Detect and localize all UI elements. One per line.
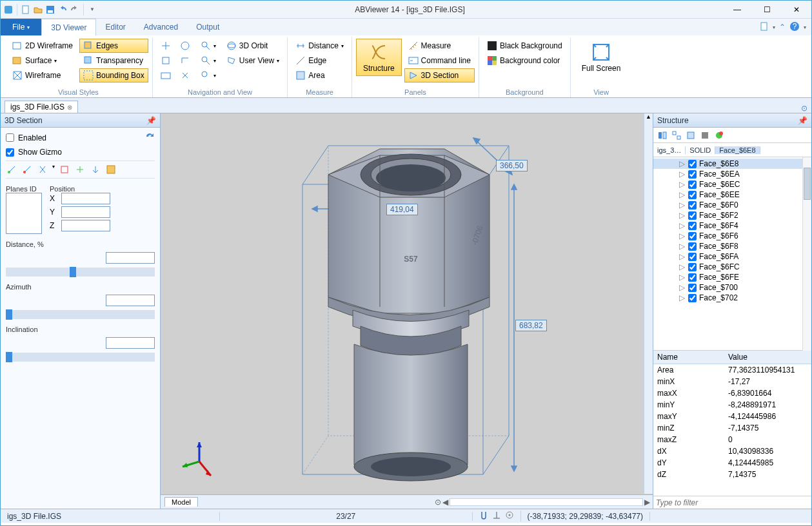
- zoom-fit-button[interactable]: ▾: [197, 54, 220, 68]
- face-checkbox[interactable]: [688, 180, 697, 189]
- tree-row[interactable]: ▷ Face_$6F4: [653, 220, 802, 231]
- face-checkbox[interactable]: [688, 242, 697, 251]
- section-tool-6[interactable]: [90, 164, 101, 175]
- face-checkbox[interactable]: [688, 232, 697, 240]
- tree-row[interactable]: ▷ Face_$6EC: [653, 179, 802, 190]
- tree-row[interactable]: ▷ Face_$6F0: [653, 200, 802, 210]
- nav-icon-2[interactable]: [176, 39, 194, 53]
- struct-tool-3[interactable]: [685, 130, 697, 141]
- measure-panel-button[interactable]: Measure: [404, 39, 475, 53]
- tab-output[interactable]: Output: [187, 19, 228, 35]
- bg-color-button[interactable]: Background color: [483, 54, 566, 68]
- inclination-slider[interactable]: [6, 353, 155, 362]
- command-line-button[interactable]: Command line: [404, 54, 475, 68]
- nav-icon-1[interactable]: [157, 39, 175, 53]
- maximize-button[interactable]: ☐: [752, 1, 782, 19]
- tree-row[interactable]: ▷ Face_$6F6: [653, 231, 802, 241]
- tree-row[interactable]: ▷ Face_$700: [653, 282, 802, 293]
- hscroll-right-icon[interactable]: ▶: [644, 498, 650, 507]
- filter-input[interactable]: [653, 496, 811, 509]
- bc-face[interactable]: Face_$6E8: [715, 146, 760, 154]
- tree-row[interactable]: ▷ Face_$6F8: [653, 241, 802, 251]
- transparency-button[interactable]: Transparency: [79, 54, 148, 68]
- azimuth-input[interactable]: [106, 295, 155, 306]
- help-icon[interactable]: ?: [789, 21, 800, 34]
- edge-button[interactable]: Edge: [292, 54, 348, 68]
- 3d-orbit-button[interactable]: 3D Orbit: [223, 39, 283, 53]
- face-checkbox[interactable]: [688, 170, 697, 179]
- structure-button[interactable]: Structure: [356, 39, 402, 76]
- face-checkbox[interactable]: [688, 294, 697, 302]
- planes-id-listbox[interactable]: [6, 193, 42, 234]
- tab-3d-viewer[interactable]: 3D Viewer: [41, 19, 96, 35]
- bounding-box-button[interactable]: Bounding Box: [79, 68, 148, 83]
- tree-row[interactable]: ▷ Face_$6FA: [653, 251, 802, 262]
- tree-row[interactable]: ▷ Face_$6FC: [653, 262, 802, 272]
- scroll-up-icon[interactable]: ▲: [644, 113, 653, 124]
- file-menu[interactable]: File ▾: [1, 19, 41, 35]
- nav-icon-5[interactable]: [157, 68, 175, 83]
- section-tool-5[interactable]: [74, 164, 86, 175]
- 3d-viewport[interactable]: S57 -0706 419,04 366,50 683,82 ▲ Model ⊙…: [161, 113, 653, 509]
- structure-pin-icon[interactable]: 📌: [798, 116, 807, 125]
- undo-icon[interactable]: [57, 5, 68, 15]
- azimuth-slider[interactable]: [6, 310, 155, 319]
- qat-dropdown-icon[interactable]: ▼: [87, 5, 97, 15]
- face-checkbox[interactable]: [688, 201, 697, 209]
- tree-row[interactable]: ▷ Face_$6FE: [653, 272, 802, 282]
- tree-row[interactable]: ▷ Face_$6E8: [653, 159, 802, 169]
- tree-row[interactable]: ▷ Face_$6EE: [653, 190, 802, 200]
- redo-icon[interactable]: [70, 5, 80, 15]
- close-tab-icon[interactable]: ⊗: [67, 104, 72, 111]
- hscroll-left-icon[interactable]: ◀: [442, 498, 448, 507]
- hscroll-expand-icon[interactable]: ⊙: [435, 498, 441, 507]
- face-checkbox[interactable]: [688, 160, 697, 168]
- open-icon[interactable]: [33, 5, 43, 15]
- section-tool-1[interactable]: [6, 164, 17, 175]
- y-input[interactable]: [61, 206, 110, 218]
- x-input[interactable]: [61, 193, 110, 204]
- fullscreen-button[interactable]: Full Screen: [575, 39, 628, 76]
- face-checkbox[interactable]: [688, 211, 697, 220]
- close-button[interactable]: ✕: [782, 1, 811, 19]
- black-bg-button[interactable]: Black Background: [483, 39, 566, 53]
- section-refresh-icon[interactable]: [144, 132, 155, 144]
- distance-slider[interactable]: [6, 268, 155, 277]
- tab-overflow-icon[interactable]: ⊙: [801, 104, 807, 113]
- inclination-input[interactable]: [106, 337, 155, 349]
- face-checkbox[interactable]: [688, 222, 697, 230]
- face-checkbox[interactable]: [688, 273, 697, 282]
- area-button[interactable]: Area: [292, 68, 348, 83]
- zoom-button[interactable]: ▾: [197, 39, 220, 53]
- structure-tree[interactable]: ▷ Face_$6E8▷ Face_$6EA▷ Face_$6EC▷ Face_…: [653, 157, 802, 351]
- struct-tool-5[interactable]: [713, 130, 725, 141]
- nav-icon-6[interactable]: [176, 68, 194, 83]
- edges-button[interactable]: Edges: [79, 39, 148, 53]
- section-tool-7[interactable]: [105, 164, 117, 175]
- show-gizmo-checkbox[interactable]: [6, 148, 14, 157]
- section-tool-3[interactable]: [37, 164, 48, 175]
- tab-editor[interactable]: Editor: [96, 19, 134, 35]
- save-icon[interactable]: [45, 5, 55, 15]
- distance-input[interactable]: [106, 252, 155, 264]
- section-tool-4[interactable]: [59, 164, 70, 175]
- chevron-up-icon[interactable]: ⌃: [779, 23, 786, 32]
- snap-icon-1[interactable]: [479, 511, 488, 521]
- tree-row[interactable]: ▷ Face_$6F2: [653, 210, 802, 220]
- face-checkbox[interactable]: [688, 253, 697, 261]
- document-tab[interactable]: igs_3D File.IGS⊗: [5, 101, 78, 113]
- snap-icon-3[interactable]: [505, 511, 514, 521]
- user-view-button[interactable]: User View ▾: [223, 54, 283, 68]
- tree-row[interactable]: ▷ Face_$6EA: [653, 169, 802, 179]
- face-checkbox[interactable]: [688, 284, 697, 292]
- 2d-wireframe-button[interactable]: 2D Wireframe: [8, 39, 77, 53]
- nav-icon-4[interactable]: [176, 54, 194, 68]
- distance-button[interactable]: Distance ▾: [292, 39, 348, 53]
- wireframe-button[interactable]: Wireframe: [8, 68, 77, 83]
- struct-tool-4[interactable]: [699, 130, 711, 141]
- enabled-checkbox[interactable]: [6, 133, 14, 142]
- nav-icon-3[interactable]: [157, 54, 175, 68]
- zoom-extents-button[interactable]: ▾: [197, 68, 220, 83]
- bc-root[interactable]: igs_3…: [653, 146, 686, 154]
- surface-button[interactable]: Surface ▾: [8, 54, 77, 68]
